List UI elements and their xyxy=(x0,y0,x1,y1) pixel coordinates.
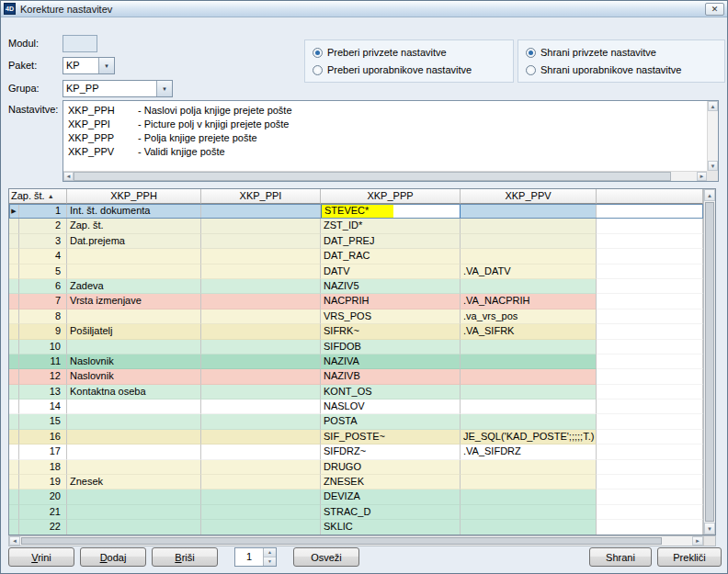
table-row[interactable]: 19 Znesek ZNESEK xyxy=(9,475,703,490)
cell-zap-st[interactable]: 21 xyxy=(19,505,67,520)
cell-zap-st[interactable]: 19 xyxy=(19,475,67,490)
cell-xkp-pph[interactable]: Kontaktna oseba xyxy=(67,385,201,400)
scroll-left-button[interactable]: ◄ xyxy=(63,172,74,181)
cell-zap-st[interactable]: 15 xyxy=(19,414,67,429)
paket-combobox[interactable]: KP ▼ xyxy=(63,57,115,74)
table-row[interactable]: ▶ 1 Int. št. dokumenta STEVEC* xyxy=(9,204,703,219)
cell-zap-st[interactable]: 8 xyxy=(19,310,67,324)
grupa-combobox[interactable]: KP_PP ▼ xyxy=(63,80,173,97)
cell-xkp-ppi[interactable] xyxy=(201,505,321,520)
table-row[interactable]: 7 Vrsta izmenjave NACPRIH .VA_NACPRIH xyxy=(9,294,703,309)
listbox-vertical-scrollbar[interactable]: ▲ ▼ xyxy=(707,101,718,171)
cell-xkp-ppv[interactable] xyxy=(461,340,597,355)
dodaj-button[interactable]: Dodaj xyxy=(80,547,146,567)
radio-button-icon[interactable] xyxy=(313,65,323,75)
app-icon[interactable]: 4D xyxy=(4,3,16,15)
cell-xkp-ppp[interactable]: VRS_POS xyxy=(321,310,461,324)
list-item[interactable]: XKP_PPV - Validi knjige pošte xyxy=(68,145,702,159)
table-row[interactable]: 17 SIFDRZ~ .VA_SIFDRZ xyxy=(9,445,703,459)
grupa-dropdown-button[interactable]: ▼ xyxy=(156,81,172,96)
cell-extra[interactable] xyxy=(597,414,703,429)
cell-extra[interactable] xyxy=(597,279,703,294)
cell-extra[interactable] xyxy=(597,355,703,369)
cell-zap-st[interactable]: 20 xyxy=(19,490,67,504)
cell-xkp-pph[interactable]: Znesek xyxy=(67,475,201,490)
radio-label[interactable]: Preberi uporabnikove nastavitve xyxy=(327,64,472,75)
brisi-button[interactable]: Briši xyxy=(152,547,218,567)
cell-xkp-ppp[interactable]: STEVEC* xyxy=(321,204,461,219)
cell-zap-st[interactable]: 11 xyxy=(19,355,67,369)
scrollbar-thumb[interactable] xyxy=(21,537,662,545)
cell-xkp-ppv[interactable]: .va_vrs_pos xyxy=(461,310,597,324)
cell-xkp-ppv[interactable] xyxy=(461,279,597,294)
cell-xkp-ppp[interactable]: DEVIZA xyxy=(321,490,461,504)
cell-xkp-pph[interactable] xyxy=(67,414,201,429)
table-row[interactable]: 4 DAT_RAC xyxy=(9,249,703,264)
cell-xkp-ppp[interactable]: DRUGO xyxy=(321,460,461,475)
cell-xkp-ppv[interactable] xyxy=(461,385,597,400)
cell-xkp-ppi[interactable] xyxy=(201,490,321,504)
spinner-up-button[interactable]: ▲ xyxy=(264,548,276,557)
cell-xkp-ppp[interactable]: NAZIV5 xyxy=(321,279,461,294)
column-header-zap-st[interactable]: Zap. št. ▲ xyxy=(9,189,67,204)
scroll-up-button[interactable]: ▲ xyxy=(704,189,715,201)
preklici-button[interactable]: Prekliči xyxy=(657,547,722,567)
scroll-down-button[interactable]: ▼ xyxy=(704,523,715,535)
cell-xkp-pph[interactable] xyxy=(67,340,201,355)
radio-option-preberi-privzete[interactable]: Preberi privzete nastavitve xyxy=(313,46,506,59)
cell-xkp-ppv[interactable] xyxy=(461,219,597,233)
cell-xkp-ppp[interactable]: NAZIVB xyxy=(321,369,461,384)
cell-xkp-pph[interactable]: Zap. št. xyxy=(67,219,201,233)
cell-xkp-ppi[interactable] xyxy=(201,340,321,355)
radio-label[interactable]: Shrani privzete nastavitve xyxy=(540,47,656,58)
radio-option-shrani-uporabnikove[interactable]: Shrani uporabnikove nastavitve xyxy=(526,63,717,76)
cell-xkp-ppp[interactable]: SIFRK~ xyxy=(321,324,461,339)
cell-extra[interactable] xyxy=(597,219,703,233)
cell-xkp-ppi[interactable] xyxy=(201,204,321,219)
cell-extra[interactable] xyxy=(597,369,703,384)
cell-extra[interactable] xyxy=(597,490,703,504)
cell-xkp-pph[interactable] xyxy=(67,249,201,264)
cell-zap-st[interactable]: 22 xyxy=(19,520,67,535)
shrani-button[interactable]: Shrani xyxy=(589,547,652,567)
cell-extra[interactable] xyxy=(597,204,703,219)
cell-extra[interactable] xyxy=(597,430,703,445)
scroll-down-button[interactable]: ▼ xyxy=(708,161,718,171)
radio-label[interactable]: Preberi privzete nastavitve xyxy=(327,47,447,58)
radio-button-icon[interactable] xyxy=(526,48,536,58)
cell-extra[interactable] xyxy=(597,310,703,324)
cell-xkp-pph[interactable] xyxy=(67,430,201,445)
scrollbar-thumb[interactable] xyxy=(74,172,671,181)
paket-dropdown-button[interactable]: ▼ xyxy=(98,58,114,73)
cell-xkp-pph[interactable] xyxy=(67,505,201,520)
cell-xkp-ppi[interactable] xyxy=(201,264,321,279)
table-row[interactable]: 5 DATV .VA_DATV xyxy=(9,264,703,279)
cell-xkp-ppp[interactable]: SIFDOB xyxy=(321,340,461,355)
cell-xkp-ppp[interactable]: NACPRIH xyxy=(321,294,461,309)
cell-xkp-ppv[interactable]: .VA_DATV xyxy=(461,264,597,279)
cell-xkp-ppv[interactable]: .VA_NACPRIH xyxy=(461,294,597,309)
cell-zap-st[interactable]: 6 xyxy=(19,279,67,294)
radio-button-icon[interactable] xyxy=(526,65,536,75)
cell-xkp-ppp[interactable]: NASLOV xyxy=(321,400,461,414)
cell-xkp-ppv[interactable] xyxy=(461,505,597,520)
cell-extra[interactable] xyxy=(597,264,703,279)
column-header-xkp-pph[interactable]: XKP_PPH xyxy=(67,189,201,204)
cell-xkp-pph[interactable]: Dat.prejema xyxy=(67,234,201,249)
cell-xkp-pph[interactable] xyxy=(67,264,201,279)
cell-xkp-ppi[interactable] xyxy=(201,294,321,309)
cell-extra[interactable] xyxy=(597,505,703,520)
table-row[interactable]: 13 Kontaktna oseba KONT_OS xyxy=(9,385,703,400)
cell-xkp-ppp[interactable]: DATV xyxy=(321,264,461,279)
modul-input[interactable] xyxy=(63,35,97,52)
table-row[interactable]: 10 SIFDOB xyxy=(9,340,703,355)
list-item[interactable]: XKP_PPI - Picture polj v knjigi prejete … xyxy=(68,118,702,131)
spinner-value[interactable]: 1 xyxy=(235,548,263,566)
osvezi-button[interactable]: Osveži xyxy=(293,547,359,567)
cell-xkp-ppv[interactable] xyxy=(461,414,597,429)
cell-xkp-ppi[interactable] xyxy=(201,234,321,249)
cell-xkp-ppv[interactable] xyxy=(461,369,597,384)
cell-xkp-ppv[interactable] xyxy=(461,520,597,535)
scroll-right-button[interactable]: ► xyxy=(692,536,703,546)
cell-xkp-ppv[interactable]: .VA_SIFRK xyxy=(461,324,597,339)
